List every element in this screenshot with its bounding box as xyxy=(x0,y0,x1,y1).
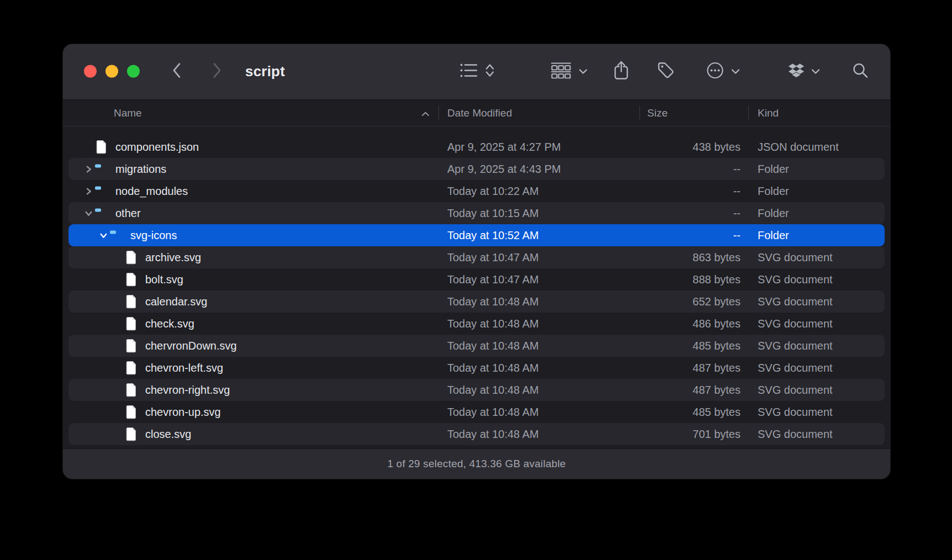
file-kind: SVG document xyxy=(748,428,885,441)
column-label: Kind xyxy=(758,107,779,119)
chevron-left-icon xyxy=(172,63,181,80)
minimize-button[interactable] xyxy=(105,65,118,78)
tag-icon xyxy=(656,61,676,82)
group-view-button[interactable] xyxy=(551,62,572,81)
file-kind: SVG document xyxy=(748,318,885,330)
column-header-size[interactable]: Size xyxy=(639,100,748,126)
file-date: Today at 10:47 AM xyxy=(438,273,639,286)
sort-ascending-icon xyxy=(421,107,430,119)
disclosure-chevron[interactable] xyxy=(82,166,94,173)
file-row[interactable]: archive.svg Today at 10:47 AM 863 bytes … xyxy=(68,246,885,268)
dropbox-icon xyxy=(787,63,806,80)
file-date: Today at 10:47 AM xyxy=(438,251,639,264)
name-cell: close.svg xyxy=(68,427,438,441)
file-icon xyxy=(124,427,139,441)
file-date: Today at 10:48 AM xyxy=(438,384,639,397)
file-name: chevron-left.svg xyxy=(145,362,223,374)
chevron-down-icon xyxy=(731,66,740,76)
file-row[interactable]: calendar.svg Today at 10:48 AM 652 bytes… xyxy=(68,290,885,313)
share-icon xyxy=(613,61,630,82)
file-icon xyxy=(124,361,139,375)
column-header-kind[interactable]: Kind xyxy=(748,100,890,126)
traffic-lights xyxy=(84,65,140,78)
file-kind: Folder xyxy=(748,207,885,220)
name-cell: calendar.svg xyxy=(68,294,438,309)
file-row[interactable]: chevron-left.svg Today at 10:48 AM 487 b… xyxy=(68,357,885,379)
disclosure-chevron[interactable] xyxy=(82,210,94,217)
zoom-button[interactable] xyxy=(127,65,140,78)
list-view-icon xyxy=(460,63,478,80)
file-kind: Folder xyxy=(748,163,885,176)
name-cell: migrations xyxy=(68,163,438,176)
name-cell: chevron-right.svg xyxy=(68,383,438,397)
share-button[interactable] xyxy=(613,61,630,82)
sort-direction-button[interactable] xyxy=(485,63,495,80)
file-name: chevron-right.svg xyxy=(145,384,230,397)
toolbar: script xyxy=(63,44,890,100)
file-size: 701 bytes xyxy=(639,428,748,441)
file-name: archive.svg xyxy=(145,251,201,264)
file-size: -- xyxy=(639,185,748,198)
file-icon xyxy=(124,316,139,331)
desktop-background: script xyxy=(0,0,952,560)
file-row[interactable]: other Today at 10:15 AM -- Folder xyxy=(68,202,885,224)
chevron-right-icon xyxy=(213,63,221,80)
name-cell: chevron-left.svg xyxy=(68,361,438,375)
column-header-name[interactable]: Name xyxy=(63,100,438,126)
window-title: script xyxy=(245,63,285,80)
file-row[interactable]: components.json Apr 9, 2025 at 4:27 PM 4… xyxy=(68,136,885,158)
column-header-date-modified[interactable]: Date Modified xyxy=(438,100,639,126)
file-date: Apr 9, 2025 at 4:43 PM xyxy=(438,163,639,176)
name-cell: components.json xyxy=(68,140,438,154)
file-size: 487 bytes xyxy=(639,384,748,397)
dropbox-button[interactable] xyxy=(787,63,806,80)
back-button[interactable] xyxy=(172,63,181,80)
close-button[interactable] xyxy=(84,65,97,78)
column-label: Name xyxy=(114,107,142,119)
file-name: other xyxy=(115,207,141,220)
tag-button[interactable] xyxy=(656,61,676,82)
more-options-button[interactable] xyxy=(706,61,724,82)
file-date: Today at 10:22 AM xyxy=(438,185,639,198)
ellipsis-circle-icon xyxy=(706,61,724,82)
chevron-down-icon xyxy=(811,66,820,76)
search-button[interactable] xyxy=(852,62,869,81)
list-view-button[interactable] xyxy=(460,63,478,80)
file-name: calendar.svg xyxy=(145,295,207,308)
file-name: check.svg xyxy=(145,318,194,330)
column-label: Date Modified xyxy=(447,107,512,119)
file-row[interactable]: bolt.svg Today at 10:47 AM 888 bytes SVG… xyxy=(68,268,885,290)
file-icon xyxy=(124,250,139,265)
column-headers: Name Date Modified Size Kind xyxy=(63,100,890,126)
file-size: 863 bytes xyxy=(639,251,748,264)
file-name: bolt.svg xyxy=(145,273,183,286)
search-icon xyxy=(852,62,869,81)
name-cell: node_modules xyxy=(68,185,438,198)
file-kind: JSON document xyxy=(748,141,885,154)
folder-icon xyxy=(94,163,109,175)
file-kind: Folder xyxy=(748,229,885,242)
file-list: components.json Apr 9, 2025 at 4:27 PM 4… xyxy=(63,126,890,449)
file-row[interactable]: chevron-right.svg Today at 10:48 AM 487 … xyxy=(68,379,885,401)
folder-icon xyxy=(94,186,109,197)
chevron-down-icon xyxy=(579,66,588,76)
file-kind: SVG document xyxy=(748,362,885,374)
file-row[interactable]: chervronDown.svg Today at 10:48 AM 485 b… xyxy=(68,335,885,357)
disclosure-chevron[interactable] xyxy=(82,188,94,195)
file-date: Today at 10:48 AM xyxy=(438,406,639,419)
disclosure-chevron[interactable] xyxy=(97,232,109,239)
file-size: -- xyxy=(639,207,748,220)
name-cell: check.svg xyxy=(68,316,438,331)
file-row[interactable]: chevron-up.svg Today at 10:48 AM 485 byt… xyxy=(68,401,885,423)
file-row[interactable]: node_modules Today at 10:22 AM -- Folder xyxy=(68,180,885,202)
file-row[interactable]: check.svg Today at 10:48 AM 486 bytes SV… xyxy=(68,313,885,335)
name-cell: chervronDown.svg xyxy=(68,339,438,353)
file-row[interactable]: svg-icons Today at 10:52 AM -- Folder xyxy=(68,224,885,246)
file-row[interactable]: migrations Apr 9, 2025 at 4:43 PM -- Fol… xyxy=(68,158,885,180)
file-date: Apr 9, 2025 at 4:27 PM xyxy=(438,141,639,154)
file-row[interactable]: close.svg Today at 10:48 AM 701 bytes SV… xyxy=(68,423,885,445)
name-cell: bolt.svg xyxy=(68,272,438,287)
file-kind: SVG document xyxy=(748,295,885,308)
forward-button[interactable] xyxy=(213,63,221,80)
grid-groups-icon xyxy=(551,62,572,81)
